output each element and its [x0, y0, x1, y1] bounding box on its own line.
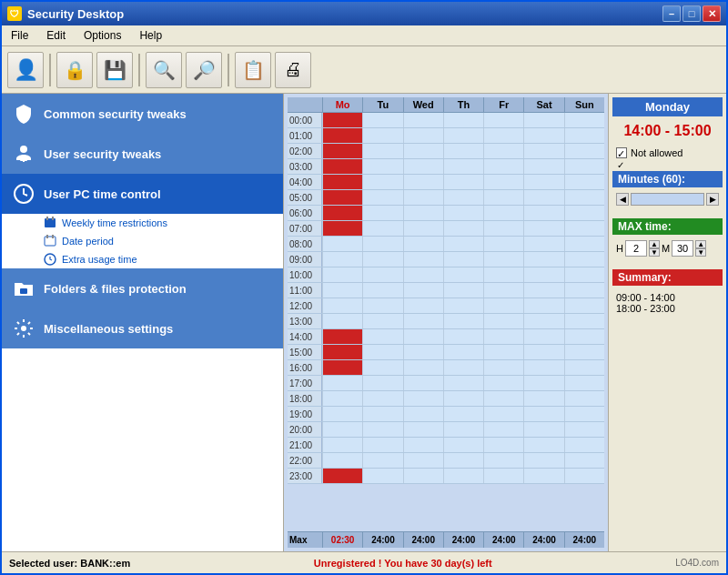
max-m-up[interactable]: ▲ [695, 240, 706, 248]
maximize-button[interactable]: □ [682, 5, 701, 22]
grid-cell-day1-3[interactable] [362, 159, 402, 174]
grid-cell-day5-19[interactable] [523, 407, 563, 421]
grid-cell-day4-20[interactable] [483, 422, 523, 437]
grid-cell-day1-18[interactable] [362, 391, 402, 406]
grid-cell-day3-21[interactable] [443, 438, 483, 452]
grid-cell-day4-0[interactable] [483, 113, 523, 127]
minutes-left-arrow[interactable]: ◀ [616, 193, 629, 206]
grid-cell-day2-15[interactable] [403, 345, 443, 359]
grid-cell-day1-23[interactable] [362, 469, 402, 483]
grid-cell-day1-10[interactable] [362, 267, 402, 282]
grid-cell-day4-21[interactable] [483, 438, 523, 452]
grid-cell-day3-9[interactable] [443, 252, 483, 267]
sidebar-item-user-pc-time[interactable]: User PC time control [2, 174, 283, 214]
grid-cell-day4-4[interactable] [483, 175, 523, 189]
grid-cell-day2-0[interactable] [403, 113, 443, 127]
grid-cell-mo-19[interactable] [322, 407, 362, 421]
grid-cell-day2-14[interactable] [403, 329, 443, 344]
grid-cell-day5-16[interactable] [523, 360, 563, 375]
grid-cell-day3-16[interactable] [443, 360, 483, 375]
grid-cell-day1-6[interactable] [362, 206, 402, 220]
grid-cell-day6-2[interactable] [564, 144, 604, 158]
sidebar-sub-weekly-time[interactable]: Weekly time restrictions [2, 214, 283, 232]
grid-cell-day1-14[interactable] [362, 329, 402, 344]
menu-edit[interactable]: Edit [41, 27, 71, 44]
grid-cell-day4-15[interactable] [483, 345, 523, 359]
grid-cell-day2-11[interactable] [403, 283, 443, 298]
grid-cell-day6-6[interactable] [564, 206, 604, 220]
grid-cell-day3-19[interactable] [443, 407, 483, 421]
grid-cell-day3-14[interactable] [443, 329, 483, 344]
grid-cell-day1-17[interactable] [362, 376, 402, 390]
grid-cell-day6-10[interactable] [564, 267, 604, 282]
grid-cell-day5-2[interactable] [523, 144, 563, 158]
print-toolbar-button[interactable]: 🖨 [275, 52, 311, 88]
grid-cell-day1-22[interactable] [362, 453, 402, 468]
grid-cell-day3-10[interactable] [443, 267, 483, 282]
grid-cell-day5-23[interactable] [523, 469, 563, 483]
grid-cell-day5-0[interactable] [523, 113, 563, 127]
grid-cell-day1-21[interactable] [362, 438, 402, 452]
grid-cell-day1-5[interactable] [362, 190, 402, 205]
grid-cell-day6-1[interactable] [564, 128, 604, 143]
grid-cell-mo-23[interactable] [322, 469, 362, 483]
grid-cell-mo-20[interactable] [322, 422, 362, 437]
grid-cell-day2-6[interactable] [403, 206, 443, 220]
grid-cell-day5-13[interactable] [523, 314, 563, 328]
grid-cell-mo-8[interactable] [322, 237, 362, 251]
grid-cell-day5-12[interactable] [523, 298, 563, 313]
grid-cell-mo-6[interactable] [322, 206, 362, 220]
grid-cell-day3-18[interactable] [443, 391, 483, 406]
grid-cell-day1-4[interactable] [362, 175, 402, 189]
grid-cell-day2-3[interactable] [403, 159, 443, 174]
lock-toolbar-button[interactable]: 🔒 [56, 52, 93, 88]
max-h-value[interactable]: 2 [625, 240, 647, 257]
sidebar-item-common-security[interactable]: Common security tweaks [2, 94, 283, 134]
grid-cell-day5-1[interactable] [523, 128, 563, 143]
minimize-button[interactable]: – [662, 5, 681, 22]
max-m-down[interactable]: ▼ [695, 248, 706, 257]
grid-cell-day6-19[interactable] [564, 407, 604, 421]
grid-cell-day2-1[interactable] [403, 128, 443, 143]
grid-cell-day1-12[interactable] [362, 298, 402, 313]
grid-cell-day6-21[interactable] [564, 438, 604, 452]
grid-cell-day3-13[interactable] [443, 314, 483, 328]
save-toolbar-button[interactable]: 💾 [96, 52, 133, 88]
grid-cell-day6-20[interactable] [564, 422, 604, 437]
grid-cell-day4-1[interactable] [483, 128, 523, 143]
grid-cell-day3-23[interactable] [443, 469, 483, 483]
grid-cell-day5-4[interactable] [523, 175, 563, 189]
grid-cell-day4-12[interactable] [483, 298, 523, 313]
minutes-slider[interactable] [631, 193, 704, 206]
grid-cell-day6-3[interactable] [564, 159, 604, 174]
grid-cell-day1-19[interactable] [362, 407, 402, 421]
grid-cell-day3-20[interactable] [443, 422, 483, 437]
grid-cell-day3-4[interactable] [443, 175, 483, 189]
grid-cell-day4-17[interactable] [483, 376, 523, 390]
grid-cell-day6-5[interactable] [564, 190, 604, 205]
menu-help[interactable]: Help [134, 27, 167, 44]
grid-cell-day4-13[interactable] [483, 314, 523, 328]
grid-cell-day1-8[interactable] [362, 237, 402, 251]
search-toolbar-button[interactable]: 🔍 [146, 52, 182, 88]
not-allowed-checkbox[interactable]: ✓ [616, 147, 627, 158]
grid-cell-day2-10[interactable] [403, 267, 443, 282]
grid-cell-day2-9[interactable] [403, 252, 443, 267]
grid-cell-day5-17[interactable] [523, 376, 563, 390]
grid-cell-day3-17[interactable] [443, 376, 483, 390]
grid-cell-mo-16[interactable] [322, 360, 362, 375]
grid-cell-mo-2[interactable] [322, 144, 362, 158]
grid-cell-mo-1[interactable] [322, 128, 362, 143]
grid-cell-day6-8[interactable] [564, 237, 604, 251]
grid-cell-mo-21[interactable] [322, 438, 362, 452]
grid-cell-day6-12[interactable] [564, 298, 604, 313]
grid-cell-day5-20[interactable] [523, 422, 563, 437]
sidebar-item-user-security[interactable]: User security tweaks [2, 134, 283, 174]
grid-cell-day6-11[interactable] [564, 283, 604, 298]
report-toolbar-button[interactable]: 📋 [235, 52, 271, 88]
grid-cell-day4-18[interactable] [483, 391, 523, 406]
grid-cell-day5-10[interactable] [523, 267, 563, 282]
grid-cell-day3-12[interactable] [443, 298, 483, 313]
grid-cell-day5-3[interactable] [523, 159, 563, 174]
grid-cell-day3-3[interactable] [443, 159, 483, 174]
